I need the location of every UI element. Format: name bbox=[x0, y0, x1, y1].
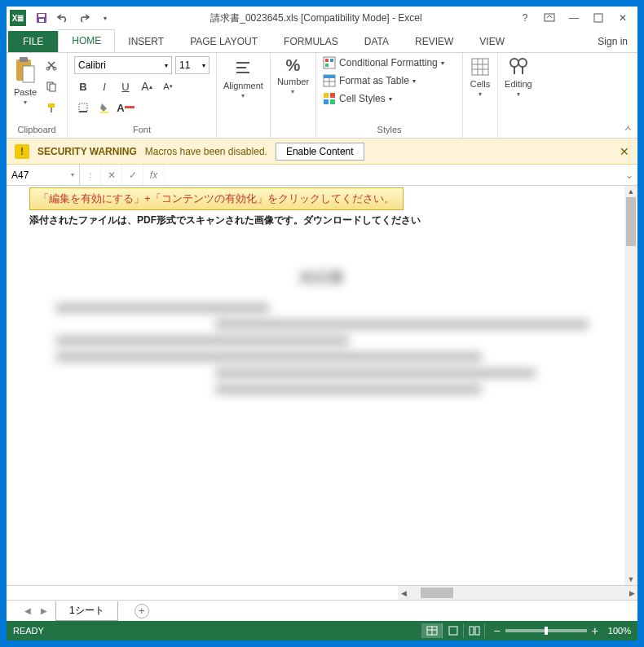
scroll-right-arrow[interactable]: ▶ bbox=[626, 586, 637, 600]
font-size-select[interactable]: 11▾ bbox=[175, 56, 210, 74]
new-sheet-button[interactable]: + bbox=[135, 604, 149, 618]
tab-formulas[interactable]: FORMULAS bbox=[271, 31, 351, 52]
tab-insert[interactable]: INSERT bbox=[115, 31, 177, 52]
borders-button[interactable] bbox=[74, 99, 92, 117]
group-number: % Number ▾ bbox=[271, 53, 316, 138]
svg-rect-29 bbox=[330, 93, 335, 98]
fx-button[interactable]: fx bbox=[143, 165, 165, 185]
svg-rect-21 bbox=[325, 59, 329, 62]
cells-button[interactable]: Cells ▾ bbox=[470, 56, 491, 98]
font-name-select[interactable]: Calibri▾ bbox=[74, 56, 172, 74]
increase-font-button[interactable]: A▴ bbox=[138, 77, 156, 95]
paste-button[interactable]: Paste ▾ bbox=[13, 56, 37, 106]
alignment-button[interactable]: Alignment ▾ bbox=[223, 56, 263, 99]
horizontal-scrollbar[interactable] bbox=[409, 586, 626, 600]
group-font: Calibri▾ 11▾ B I U A▴ A▾ A bbox=[68, 53, 217, 138]
formula-input[interactable] bbox=[165, 165, 621, 185]
page-layout-view-button[interactable] bbox=[443, 623, 464, 638]
format-painter-button[interactable] bbox=[42, 99, 60, 117]
cell-styles-button[interactable]: Cell Styles▾ bbox=[323, 92, 444, 105]
page-break-view-button[interactable] bbox=[464, 623, 485, 638]
svg-rect-11 bbox=[50, 84, 55, 91]
editing-button[interactable]: Editing ▾ bbox=[505, 56, 532, 98]
redo-button[interactable] bbox=[75, 9, 93, 27]
maximize-button[interactable] bbox=[592, 11, 605, 24]
horizontal-scroll-thumb[interactable] bbox=[421, 588, 453, 598]
format-as-table-button[interactable]: Format as Table▾ bbox=[323, 74, 444, 87]
svg-point-37 bbox=[510, 59, 518, 67]
vertical-scrollbar[interactable]: ▲ ▼ bbox=[624, 186, 637, 585]
excel-window: X≣ ▾ 請求書_0023645.xls [Compatibility Mode… bbox=[7, 7, 637, 640]
svg-rect-46 bbox=[475, 627, 479, 635]
sheet-tab-active[interactable]: 1シート bbox=[55, 601, 118, 621]
svg-rect-22 bbox=[330, 59, 333, 62]
svg-rect-12 bbox=[48, 103, 55, 108]
formula-bar: A47▾ ⋮ ✕ ✓ fx ⌄ bbox=[7, 165, 637, 186]
decrease-font-button[interactable]: A▾ bbox=[159, 77, 177, 95]
zoom-in-button[interactable]: + bbox=[592, 624, 598, 637]
svg-point-38 bbox=[518, 59, 527, 67]
warning-close-button[interactable]: ✕ bbox=[620, 145, 629, 158]
font-group-label: Font bbox=[74, 123, 210, 136]
name-box[interactable]: A47▾ bbox=[7, 165, 80, 185]
scroll-left-arrow[interactable]: ◀ bbox=[398, 586, 409, 600]
vertical-scroll-thumb[interactable] bbox=[626, 197, 636, 246]
number-format-button[interactable]: % Number ▾ bbox=[277, 56, 309, 95]
ribbon-display-options[interactable] bbox=[543, 11, 556, 24]
warning-message: Macros have been disabled. bbox=[145, 146, 267, 157]
svg-rect-28 bbox=[324, 93, 329, 98]
scroll-up-arrow[interactable]: ▲ bbox=[624, 186, 637, 197]
svg-rect-7 bbox=[23, 66, 34, 82]
undo-button[interactable] bbox=[54, 9, 72, 27]
tab-data[interactable]: DATA bbox=[351, 31, 402, 52]
svg-rect-23 bbox=[325, 64, 329, 67]
scroll-down-arrow[interactable]: ▼ bbox=[624, 574, 637, 585]
italic-button[interactable]: I bbox=[95, 77, 113, 95]
group-cells: Cells ▾ bbox=[463, 53, 498, 138]
svg-rect-31 bbox=[330, 99, 335, 104]
enable-content-button[interactable]: Enable Content bbox=[276, 143, 364, 161]
status-bar: READY − + 100% bbox=[7, 621, 637, 640]
tab-home[interactable]: HOME bbox=[58, 29, 115, 52]
window-title: 請求書_0023645.xls [Compatibility Mode] - E… bbox=[114, 11, 518, 25]
zoom-slider-handle[interactable] bbox=[545, 627, 548, 635]
sheet-tab-bar: ◀ ▶ 1シート + bbox=[7, 600, 637, 621]
save-button[interactable] bbox=[33, 9, 51, 27]
svg-rect-30 bbox=[324, 99, 329, 104]
conditional-formatting-button[interactable]: Conditional Formatting▾ bbox=[323, 56, 444, 69]
fill-color-button[interactable] bbox=[95, 99, 113, 117]
prev-sheet-button[interactable]: ◀ bbox=[23, 606, 33, 615]
tab-review[interactable]: REVIEW bbox=[402, 31, 466, 52]
tab-view[interactable]: VIEW bbox=[466, 31, 518, 52]
minimize-button[interactable]: — bbox=[567, 11, 580, 24]
cut-button[interactable] bbox=[42, 56, 60, 74]
qat-dropdown[interactable]: ▾ bbox=[96, 9, 114, 27]
help-button[interactable]: ? bbox=[518, 11, 532, 24]
normal-view-button[interactable] bbox=[421, 623, 443, 638]
collapse-ribbon-button[interactable]: ㅅ bbox=[624, 122, 633, 134]
close-button[interactable]: ✕ bbox=[616, 11, 629, 24]
ribbon-tabs: FILE HOME INSERT PAGE LAYOUT FORMULAS DA… bbox=[7, 29, 637, 52]
zoom-level[interactable]: 100% bbox=[608, 626, 631, 636]
bold-button[interactable]: B bbox=[74, 77, 92, 95]
embedded-document-blur: 納品書 bbox=[7, 235, 637, 479]
status-ready: READY bbox=[13, 626, 421, 636]
tab-page-layout[interactable]: PAGE LAYOUT bbox=[177, 31, 271, 52]
tab-file[interactable]: FILE bbox=[8, 31, 58, 52]
cancel-formula-button[interactable]: ✕ bbox=[101, 165, 122, 185]
next-sheet-button[interactable]: ▶ bbox=[39, 606, 49, 615]
formula-dropdown[interactable]: ⋮ bbox=[80, 165, 101, 185]
enter-formula-button[interactable]: ✓ bbox=[122, 165, 143, 185]
copy-button[interactable] bbox=[42, 77, 60, 95]
zoom-out-button[interactable]: − bbox=[493, 624, 500, 637]
underline-button[interactable]: U bbox=[117, 77, 135, 95]
svg-rect-16 bbox=[100, 112, 108, 113]
zoom-slider[interactable] bbox=[505, 629, 587, 632]
sign-in-link[interactable]: Sign in bbox=[588, 31, 637, 52]
group-alignment: Alignment ▾ bbox=[217, 53, 271, 138]
font-color-button[interactable]: A bbox=[117, 99, 135, 117]
horizontal-scrollbar-row: ◀ ▶ bbox=[7, 585, 637, 600]
worksheet-area[interactable]: 「編集を有効にする」+「コンテンツの有効化」をクリックしてください。 添付された… bbox=[7, 186, 637, 585]
svg-rect-14 bbox=[79, 103, 87, 112]
expand-formula-bar[interactable]: ⌄ bbox=[621, 169, 637, 181]
